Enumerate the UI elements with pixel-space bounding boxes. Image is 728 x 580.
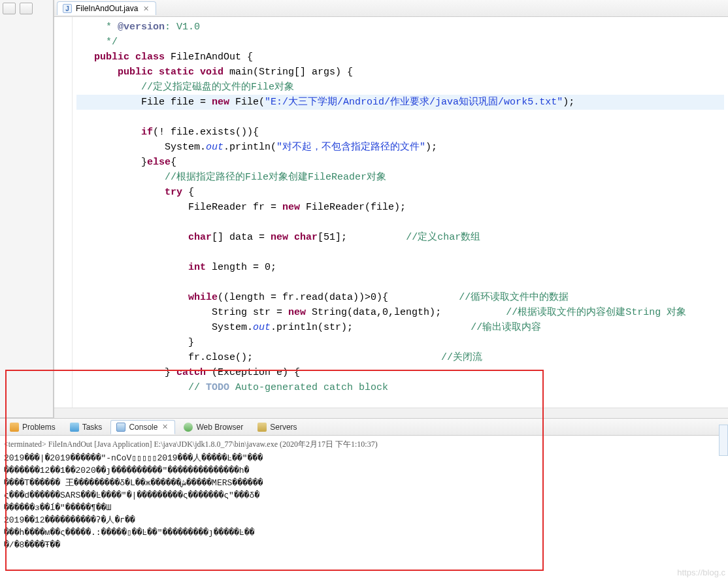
toolbar-button[interactable]	[20, 3, 33, 14]
console-line: �/�8����Ŧ��	[4, 539, 724, 551]
editor-body[interactable]: * @version: V1.0 */ public class FileInA…	[54, 17, 728, 408]
console-line: �������12��1��2020��ȷ����������"��������…	[4, 464, 724, 477]
console-line: ������з��ĺ�"�����¶��Ш	[4, 502, 724, 514]
console-line: 2019��12����������ʔ�人�г��	[4, 514, 724, 526]
servers-icon	[257, 423, 267, 432]
code-area[interactable]: * @version: V1.0 */ public class FileInA…	[73, 17, 728, 408]
globe-icon	[184, 423, 193, 432]
tab-servers[interactable]: Servers	[252, 420, 303, 434]
console-line: 2019���|�2019������"-nCoV▯▯▯▯▯2019���人��…	[4, 452, 724, 464]
console-status-line: <terminated> FileInAndOut [Java Applicat…	[4, 438, 724, 451]
bottom-tabbar: Problems Tasks Console ✕ Web Browser Ser…	[0, 419, 728, 436]
editor-panel: J FileInAndOut.java ✕ * @version: V1.0 *…	[54, 0, 728, 418]
console-line: ����T������ 王���������δ�L��ж������ش�����…	[4, 477, 724, 489]
problems-icon	[10, 423, 19, 432]
toolbar-button[interactable]	[3, 3, 16, 14]
console-line: ς���d������SARS���Ŀ����"�|���������ς����…	[4, 489, 724, 502]
close-icon[interactable]: ✕	[161, 423, 169, 431]
panel-toolbar-handle[interactable]	[719, 425, 728, 456]
left-toolbar	[0, 0, 54, 418]
tab-problems[interactable]: Problems	[4, 420, 61, 434]
close-icon[interactable]: ✕	[142, 5, 150, 13]
editor-tab-label: FileInAndOut.java	[76, 4, 138, 13]
console-output[interactable]: <terminated> FileInAndOut [Java Applicat…	[0, 436, 728, 580]
tab-console[interactable]: Console ✕	[110, 420, 175, 434]
tasks-icon	[70, 423, 79, 432]
editor-tabbar: J FileInAndOut.java ✕	[54, 0, 728, 17]
editor-gutter	[54, 17, 73, 408]
console-line: ���հ����м��ς�����.:�����▯��Ŀ��"���������…	[4, 526, 724, 539]
watermark: https://blog.c	[677, 568, 725, 577]
java-file-icon: J	[63, 4, 72, 13]
bottom-panel: Problems Tasks Console ✕ Web Browser Ser…	[0, 418, 728, 580]
editor-horizontal-scrollbar[interactable]	[54, 408, 728, 418]
tab-tasks[interactable]: Tasks	[64, 420, 108, 434]
editor-tab-fileinandout[interactable]: J FileInAndOut.java ✕	[57, 1, 156, 15]
console-icon	[116, 423, 125, 432]
tab-web-browser[interactable]: Web Browser	[178, 420, 249, 434]
